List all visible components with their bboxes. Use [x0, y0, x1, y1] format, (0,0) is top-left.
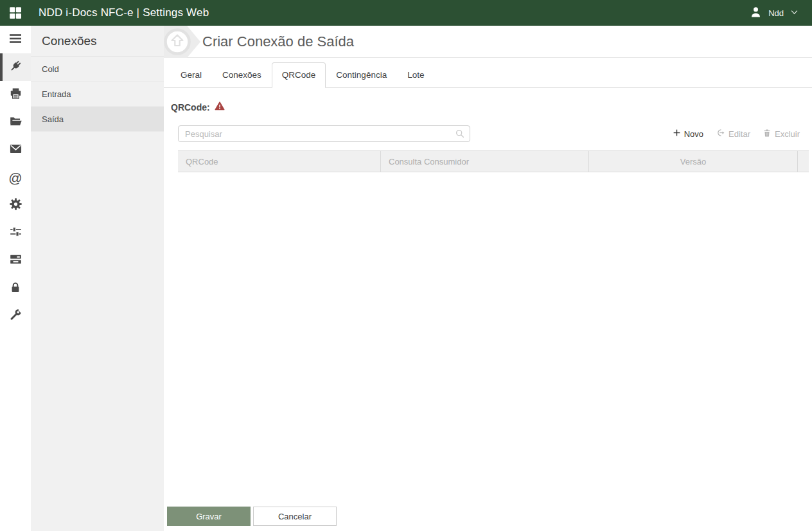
edit-arrow-icon — [716, 128, 725, 140]
lock-icon — [9, 281, 22, 296]
rail-item-connections[interactable] — [0, 53, 31, 81]
cancelar-button[interactable]: Cancelar — [253, 507, 337, 526]
sliders-icon — [9, 225, 22, 241]
tab-bar: Geral Conexões QRCode Contingência Lote — [164, 58, 812, 88]
table-header: QRCode Consulta Consumidor Versão — [178, 150, 809, 172]
tab-geral[interactable]: Geral — [170, 62, 212, 88]
app-window: NDD i-Docs NFC-e | Settings Web Ndd — [0, 0, 812, 531]
rail-item-mail[interactable] — [0, 136, 31, 164]
user-menu[interactable]: Ndd — [749, 5, 799, 21]
folder-open-icon — [9, 114, 22, 130]
footer-buttons: Gravar Cancelar — [167, 507, 800, 526]
warning-triangle-icon — [215, 101, 225, 114]
sidebar-item-saida[interactable]: Saída — [31, 107, 164, 132]
app-title: NDD i-Docs NFC-e | Settings Web — [39, 6, 209, 19]
section-label-row: QRCode: — [171, 102, 800, 113]
gravar-button[interactable]: Gravar — [167, 507, 251, 526]
column-header-consulta-consumidor[interactable]: Consulta Consumidor — [381, 151, 589, 172]
excluir-button[interactable]: Excluir — [763, 129, 800, 140]
tab-qrcode[interactable]: QRCode — [272, 62, 326, 88]
gear-icon — [9, 197, 22, 213]
plug-icon — [9, 59, 22, 75]
rail-item-tools[interactable] — [0, 302, 31, 330]
rail-item-email-settings[interactable]: @ — [0, 164, 31, 192]
plus-icon — [673, 129, 681, 139]
tab-content: QRCode: — [164, 88, 812, 531]
grid-toolbar: Novo Editar — [178, 125, 800, 142]
novo-button[interactable]: Novo — [673, 129, 703, 139]
rail-item-services[interactable] — [0, 247, 31, 274]
editar-button-label: Editar — [728, 129, 750, 139]
topbar-left: NDD i-Docs NFC-e | Settings Web — [8, 5, 209, 21]
tab-contingencia[interactable]: Contingência — [326, 62, 397, 88]
page-title: Criar Conexão de Saída — [202, 33, 354, 50]
user-name: Ndd — [768, 8, 784, 18]
server-icon — [9, 253, 22, 269]
column-header-qrcode[interactable]: QRCode — [178, 151, 381, 172]
envelope-icon — [9, 142, 22, 158]
table-body-empty — [170, 172, 800, 507]
rail-item-settings[interactable] — [0, 192, 31, 219]
section-label: QRCode: — [171, 102, 210, 113]
grid-actions: Novo Editar — [673, 128, 800, 140]
app-shell: @ — [0, 26, 812, 531]
menu-icon — [8, 32, 22, 48]
rail-item-preferences[interactable] — [0, 219, 31, 247]
sidebar-item-entrada[interactable]: Entrada — [31, 82, 164, 107]
excluir-button-label: Excluir — [775, 129, 800, 139]
user-icon — [749, 5, 763, 21]
chevron-down-icon — [790, 7, 799, 19]
at-sign-icon: @ — [8, 171, 22, 184]
novo-button-label: Novo — [684, 129, 703, 139]
editar-button[interactable]: Editar — [716, 128, 750, 140]
search-input[interactable] — [178, 125, 470, 142]
topbar: NDD i-Docs NFC-e | Settings Web Ndd — [0, 0, 812, 26]
trash-icon — [763, 129, 772, 140]
icon-rail: @ — [0, 26, 31, 531]
tab-lote[interactable]: Lote — [397, 62, 434, 88]
column-header-spacer — [798, 151, 809, 172]
sidebar-title: Conexões — [31, 26, 164, 57]
wrench-icon — [9, 308, 22, 324]
upload-banner-icon — [164, 26, 201, 60]
main-panel: Criar Conexão de Saída Geral Conexões QR… — [164, 26, 812, 531]
rail-item-printers[interactable] — [0, 81, 31, 109]
printer-icon — [9, 87, 22, 103]
app-grid-icon[interactable] — [8, 5, 23, 21]
search-box — [178, 125, 470, 142]
column-header-versao[interactable]: Versão — [589, 151, 798, 172]
sidebar: Conexões Cold Entrada Saída — [31, 26, 164, 531]
rail-item-files[interactable] — [0, 109, 31, 136]
rail-item-menu[interactable] — [0, 26, 31, 53]
tab-conexoes[interactable]: Conexões — [212, 62, 272, 88]
sidebar-item-cold[interactable]: Cold — [31, 57, 164, 82]
rail-item-security[interactable] — [0, 274, 31, 302]
page-header: Criar Conexão de Saída — [164, 26, 812, 58]
